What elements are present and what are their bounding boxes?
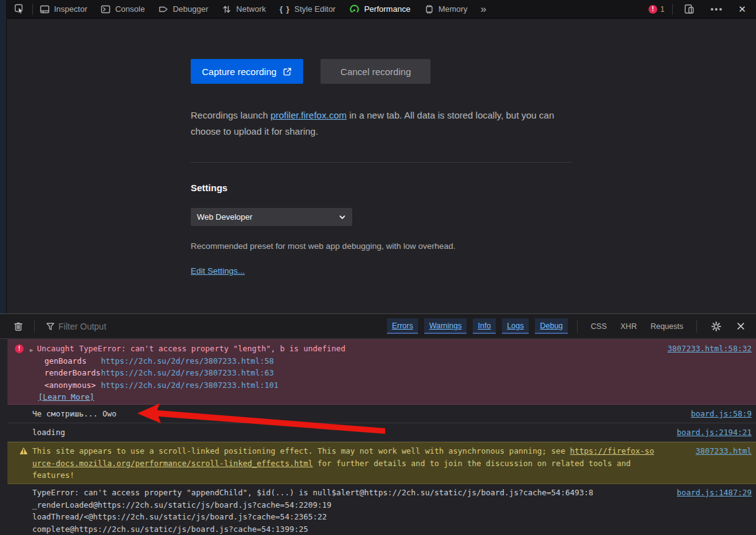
filter-css-button[interactable]: CSS <box>585 319 613 334</box>
console-message-log: loading board.js:2194:21 <box>7 423 756 442</box>
tab-memory[interactable]: Memory <box>417 0 475 18</box>
profiler-firefox-link[interactable]: profiler.firefox.com <box>270 110 347 120</box>
learn-more-link[interactable]: [Learn More] <box>38 391 94 403</box>
performance-icon <box>349 4 360 14</box>
tab-label: Debugger <box>173 4 208 14</box>
section-divider <box>191 162 572 163</box>
error-icon: ! <box>15 344 24 353</box>
stacklog-line: _renderLoaded@https://2ch.su/static/js/b… <box>32 499 670 511</box>
split-console: Errors Warnings Info Logs Debug CSS XHR … <box>0 313 756 535</box>
message-source-link[interactable]: board.js:1487:29 <box>670 487 756 499</box>
filter-debug-button[interactable]: Debug <box>535 318 568 334</box>
filter-funnel-icon <box>46 322 55 331</box>
filter-requests-button[interactable]: Requests <box>645 319 689 334</box>
tab-label: Network <box>236 4 266 14</box>
stack-frame: genBoards https://2ch.su/2d/res/3807233.… <box>44 355 660 367</box>
close-split-console-button[interactable] <box>731 322 751 330</box>
settings-heading: Settings <box>191 182 572 193</box>
pick-element-button[interactable] <box>7 0 32 18</box>
tab-overflow-button[interactable]: » <box>475 0 493 18</box>
error-count-badge[interactable]: ! 1 <box>645 5 668 14</box>
close-icon <box>737 322 745 330</box>
console-message-warning: This site appears to use a scroll-linked… <box>7 442 756 484</box>
devtools-menu-button[interactable]: ••• <box>706 4 729 14</box>
message-source-link[interactable]: 3807233.html <box>688 445 756 457</box>
tab-label: Memory <box>439 4 468 14</box>
console-icon <box>101 4 111 14</box>
frame-location-link[interactable]: https://2ch.su/2d/res/3807233.html:63 <box>101 367 273 379</box>
stack-frame: <anonymous> https://2ch.su/2d/res/380723… <box>44 379 660 392</box>
console-output: ! ▶ Uncaught TypeError: can't access pro… <box>7 339 756 535</box>
stacklog-body: TypeError: can't access property "append… <box>32 487 670 535</box>
console-message-log: Че смотришь... Owo board.js:58:9 <box>7 405 756 423</box>
console-message-stacklog: TypeError: can't access property "append… <box>7 484 756 535</box>
stacklog-line: loadThread/<@https://2ch.su/static/js/bo… <box>32 511 670 523</box>
cancel-recording-button[interactable]: Cancel recording <box>321 59 430 84</box>
tab-inspector[interactable]: Inspector <box>33 0 94 18</box>
expand-stack-arrow[interactable]: ▶ <box>30 344 33 357</box>
tab-console[interactable]: Console <box>94 0 152 18</box>
trash-icon <box>14 321 23 331</box>
preset-selected-value: Web Developer <box>197 212 339 222</box>
preset-description: Recommended preset for most web app debu… <box>191 241 572 251</box>
memory-icon <box>424 4 434 14</box>
tab-debugger[interactable]: Debugger <box>152 0 215 18</box>
devtools-toolbar: Inspector Console Debugger Network { } <box>7 0 756 19</box>
capture-recording-label: Capture recording <box>202 66 276 77</box>
frame-function: <anonymous> <box>44 379 101 392</box>
responsive-design-mode-button[interactable] <box>676 4 702 14</box>
stack-frames: genBoards https://2ch.su/2d/res/3807233.… <box>44 355 660 392</box>
stacklog-line: TypeError: can't access property "append… <box>32 487 670 499</box>
log-text: Че смотришь... Owo <box>32 408 116 420</box>
filter-info-button[interactable]: Info <box>473 318 496 334</box>
filter-errors-button[interactable]: Errors <box>387 318 418 334</box>
clear-console-button[interactable] <box>7 321 29 331</box>
cancel-recording-label: Cancel recording <box>340 66 411 77</box>
network-icon <box>222 4 232 14</box>
error-message-text: Uncaught TypeError: can't access propert… <box>37 343 660 355</box>
tab-label: Performance <box>364 4 410 14</box>
warning-text: This site appears to use a scroll-linked… <box>32 446 570 456</box>
console-toolbar: Errors Warnings Info Logs Debug CSS XHR … <box>0 314 756 339</box>
filter-icon-wrap <box>40 322 56 331</box>
console-toolbar-separator <box>34 320 35 333</box>
close-devtools-button[interactable]: ✕ <box>732 4 752 15</box>
performance-panel: Capture recording Cancel recording Recor… <box>7 19 756 312</box>
frame-location-link[interactable]: https://2ch.su/2d/res/3807233.html:58 <box>101 355 273 367</box>
note-text: Recordings launch <box>191 110 270 120</box>
tab-label: Inspector <box>54 4 87 14</box>
capture-recording-button[interactable]: Capture recording <box>191 59 303 84</box>
tab-network[interactable]: Network <box>215 0 273 18</box>
performance-content: Capture recording Cancel recording Recor… <box>191 19 572 276</box>
frame-function: genBoards <box>44 355 101 367</box>
console-message-error: ! ▶ Uncaught TypeError: can't access pro… <box>7 339 756 405</box>
edit-settings-link[interactable]: Edit Settings... <box>191 266 245 276</box>
console-toolbar-separator <box>696 320 697 333</box>
debugger-icon <box>158 4 168 14</box>
tab-style-editor[interactable]: { } Style Editor <box>273 0 342 18</box>
toolbar-separator <box>672 4 673 15</box>
recording-buttons-row: Capture recording Cancel recording <box>191 59 572 84</box>
chevron-down-icon <box>339 214 346 221</box>
devtools-window: Inspector Console Debugger Network { } <box>0 0 756 535</box>
error-message-body: Uncaught TypeError: can't access propert… <box>37 343 660 403</box>
frame-location-link[interactable]: https://2ch.su/2d/res/3807233.html:101 <box>101 379 278 392</box>
tab-performance[interactable]: Performance <box>342 0 417 18</box>
style-editor-icon: { } <box>280 4 290 14</box>
filter-output-input[interactable] <box>58 321 245 331</box>
log-text: loading <box>32 426 65 439</box>
console-settings-button[interactable] <box>704 321 728 332</box>
message-source-link[interactable]: board.js:58:9 <box>683 408 756 420</box>
tab-label: Style Editor <box>294 4 335 14</box>
pick-element-icon <box>14 4 25 14</box>
filter-warnings-button[interactable]: Warnings <box>424 318 467 334</box>
filter-logs-button[interactable]: Logs <box>502 318 529 334</box>
gear-icon <box>711 321 722 332</box>
console-toolbar-separator <box>577 320 578 333</box>
message-source-link[interactable]: 3807233.html:58:32 <box>660 343 756 355</box>
message-source-link[interactable]: board.js:2194:21 <box>670 426 756 439</box>
responsive-design-icon <box>684 4 695 14</box>
toolbar-right-cluster: ! 1 ••• ✕ <box>645 0 756 18</box>
filter-xhr-button[interactable]: XHR <box>615 319 642 334</box>
preset-select[interactable]: Web Developer <box>191 208 352 226</box>
